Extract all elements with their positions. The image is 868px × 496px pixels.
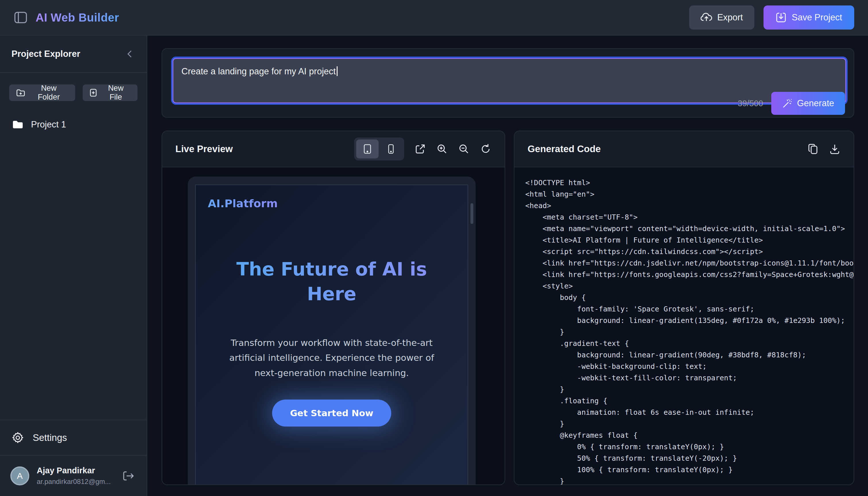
code-line: animation: float 6s ease-in-out infinite… [525,407,854,418]
export-label: Export [717,12,743,23]
character-counter: 39/500 [738,99,763,108]
new-file-button[interactable]: New File [83,84,138,101]
generated-code-panel: Generated Code [514,130,854,485]
file-plus-icon [90,89,97,97]
code-line: <html lang="en"> [525,189,854,200]
code-block: <!DOCTYPE html><html lang="en"><head> <m… [514,167,854,484]
code-line: background: linear-gradient(135deg, #0f1… [525,315,854,326]
zoom-in-icon[interactable] [436,143,448,155]
download-code-icon[interactable] [829,143,840,155]
code-line: <meta name="viewport" content="width=dev… [525,223,854,234]
open-external-icon[interactable] [415,143,426,155]
user-name: Ajay Pandirkar [37,466,123,475]
code-line: <link href="https://cdn.jsdelivr.net/npm… [525,258,854,269]
code-line: <link href="https://fonts.googleapis.com… [525,269,854,280]
device-frame: AI.Platform The Future of AI is Here Tra… [188,176,476,484]
main-content: Create a landing page for my AI project … [147,35,868,496]
code-line: <script src="https://cdn.tailwindcss.com… [525,246,854,258]
zoom-out-icon[interactable] [458,143,469,155]
sidebar-item-project-1[interactable]: Project 1 [9,120,138,130]
prompt-value: Create a landing page for my AI project [182,66,336,76]
code-line: } [525,326,854,338]
folder-icon [12,120,24,129]
code-line: <style> [525,280,854,292]
project-label: Project 1 [31,120,66,130]
generated-code-title: Generated Code [528,143,601,154]
new-file-label: New File [101,84,130,102]
code-line: <!DOCTYPE html> [525,177,854,189]
sidebar: Project Explorer New Folder [0,35,147,496]
code-line: } [525,384,854,395]
code-line: .floating { [525,395,854,407]
code-line: -webkit-background-clip: text; [525,361,854,372]
user-profile: A Ajay Pandirkar ar.pandirkar0812@gm... [0,455,147,496]
copy-code-icon[interactable] [808,143,819,155]
collapse-sidebar-icon[interactable] [125,49,134,59]
project-explorer-title: Project Explorer [12,49,80,59]
logout-icon[interactable] [123,471,134,481]
save-icon [776,12,787,23]
code-line: background: linear-gradient(90deg, #38bd… [525,349,854,361]
save-project-label: Save Project [792,12,842,23]
code-line: <meta charset="UTF-8"> [525,212,854,223]
export-button[interactable]: Export [689,5,755,30]
tablet-icon [363,144,371,154]
code-line: } [525,476,854,484]
code-line: 50% { transform: translateY(-20px); } [525,453,854,464]
preview-scrollbar-thumb[interactable] [470,203,473,224]
code-line: @keyframes float { [525,430,854,441]
live-preview-panel: Live Preview [161,130,505,485]
code-line: <title>AI Platform | Future of Intellige… [525,234,854,246]
generate-button[interactable]: Generate [771,92,845,115]
sidebar-item-settings[interactable]: Settings [0,420,147,455]
settings-label: Settings [33,432,67,443]
folder-plus-icon [16,89,25,97]
smartphone-icon [388,144,394,154]
new-folder-button[interactable]: New Folder [9,84,75,101]
prompt-card: Create a landing page for my AI project … [161,48,854,118]
new-folder-label: New Folder [29,84,68,102]
code-line: font-family: 'Space Grotesk', sans-serif… [525,304,854,315]
magic-wand-icon [782,98,792,108]
save-project-button[interactable]: Save Project [763,5,854,30]
get-started-button[interactable]: Get Started Now [272,400,391,427]
code-line: } [525,418,854,430]
refresh-icon[interactable] [480,143,492,155]
app-title: AI Web Builder [35,11,119,24]
tablet-view-button[interactable] [356,140,378,158]
user-email: ar.pandirkar0812@gm... [37,478,123,486]
live-preview-title: Live Preview [175,143,233,154]
sidebar-toggle-icon[interactable] [14,11,28,24]
phone-view-button[interactable] [380,140,402,158]
generate-label: Generate [797,98,834,108]
preview-viewport: AI.Platform The Future of AI is Here Tra… [162,167,505,484]
preview-hero-heading: The Future of AI is Here [217,257,447,307]
preview-hero-paragraph: Transform your workflow with state-of-th… [223,335,441,381]
gear-icon [12,431,24,444]
cloud-upload-icon [701,12,712,23]
preview-site-logo: AI.Platform [196,185,278,210]
code-line: .gradient-text { [525,338,854,349]
code-line: -webkit-text-fill-color: transparent; [525,372,854,384]
code-line: body { [525,292,854,304]
code-line: <head> [525,200,854,212]
code-line: 100% { transform: translateY(0px); } [525,464,854,476]
app-header: AI Web Builder Export Save Project [0,0,868,35]
rendered-page: AI.Platform The Future of AI is Here Tra… [195,185,468,484]
code-line: 0% { transform: translateY(0px); } [525,441,854,453]
device-switcher [354,138,404,160]
text-cursor [337,66,338,76]
avatar: A [10,466,29,485]
